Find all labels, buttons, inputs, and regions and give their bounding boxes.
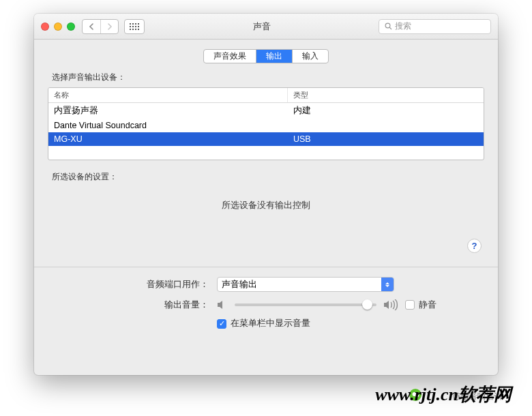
show-all-button[interactable] [124, 19, 145, 34]
maximize-icon[interactable] [67, 23, 75, 31]
table-row[interactable]: Dante Virtual Soundcard [48, 119, 484, 132]
svg-rect-0 [130, 23, 131, 25]
window-controls [41, 23, 75, 31]
content-area: 声音效果 输出 输入 选择声音输出设备： 名称 类型 内置扬声器 内建 Dant… [34, 40, 498, 347]
table-row-empty [48, 146, 484, 160]
mute-checkbox-group[interactable]: 静音 [405, 299, 437, 311]
svg-line-13 [389, 27, 391, 29]
output-volume-row: 输出音量： 静音 [48, 299, 484, 311]
svg-rect-3 [138, 23, 139, 25]
no-output-controls-text: 所选设备没有输出控制 [48, 199, 484, 211]
menubar-label: 在菜单栏中显示音量 [231, 318, 310, 329]
preferences-window: 声音 搜索 声音效果 输出 输入 选择声音输出设备： 名称 类型 内置扬声器 内… [34, 14, 498, 375]
divider [34, 267, 498, 267]
svg-rect-6 [135, 26, 136, 27]
svg-point-12 [385, 23, 390, 28]
nav-back-forward [82, 19, 119, 34]
search-placeholder: 搜索 [395, 20, 411, 32]
tab-segmented-control: 声音效果 输出 输入 [203, 49, 329, 63]
svg-rect-4 [130, 26, 131, 27]
audio-port-select[interactable]: 声音输出 [217, 277, 394, 292]
search-input[interactable]: 搜索 [379, 19, 491, 34]
output-volume-label: 输出音量： [48, 299, 217, 311]
tabs: 声音效果 输出 输入 [48, 49, 484, 63]
help-area: ? [48, 239, 482, 253]
table-header: 名称 类型 [48, 88, 484, 103]
volume-low-icon [217, 300, 228, 310]
table-row[interactable]: MG-XU USB [48, 132, 484, 146]
slider-knob[interactable] [362, 299, 372, 310]
svg-rect-7 [138, 26, 139, 27]
close-icon[interactable] [41, 23, 49, 31]
selected-device-settings-label: 所选设备的设置： [52, 171, 484, 183]
back-button[interactable] [83, 20, 100, 33]
device-table: 名称 类型 内置扬声器 内建 Dante Virtual Soundcard M… [48, 87, 484, 160]
show-in-menubar-row: ✓ 在菜单栏中显示音量 [48, 318, 484, 329]
audio-port-label: 音频端口用作： [48, 278, 217, 291]
forward-button[interactable] [100, 20, 118, 33]
volume-high-icon [383, 299, 398, 310]
device-list-label: 选择声音输出设备： [52, 72, 484, 83]
volume-slider[interactable] [235, 303, 376, 306]
watermark-text: www.rjtj.cn软荐网 [375, 383, 512, 406]
table-row[interactable]: 内置扬声器 内建 [48, 103, 484, 119]
minimize-icon[interactable] [54, 23, 62, 31]
chevron-up-down-icon [381, 278, 394, 291]
titlebar: 声音 搜索 [34, 14, 498, 40]
menubar-checkbox-group[interactable]: ✓ 在菜单栏中显示音量 [217, 318, 310, 329]
mute-checkbox[interactable] [405, 300, 415, 310]
menubar-checkbox[interactable]: ✓ [217, 319, 226, 329]
audio-port-row: 音频端口用作： 声音输出 [48, 277, 484, 292]
svg-rect-5 [132, 26, 134, 27]
col-name[interactable]: 名称 [48, 88, 288, 102]
svg-rect-9 [132, 29, 134, 30]
tab-input[interactable]: 输入 [292, 50, 328, 63]
col-type[interactable]: 类型 [288, 88, 484, 102]
svg-rect-8 [130, 29, 131, 30]
mute-label: 静音 [419, 299, 437, 311]
help-button[interactable]: ? [467, 239, 482, 253]
svg-rect-10 [135, 29, 136, 30]
svg-rect-2 [135, 23, 136, 25]
tab-sound-effects[interactable]: 声音效果 [204, 50, 256, 63]
search-icon [385, 23, 392, 30]
window-title: 声音 [145, 20, 379, 33]
svg-rect-1 [132, 23, 134, 25]
tab-output[interactable]: 输出 [256, 50, 292, 63]
svg-rect-11 [138, 29, 139, 30]
